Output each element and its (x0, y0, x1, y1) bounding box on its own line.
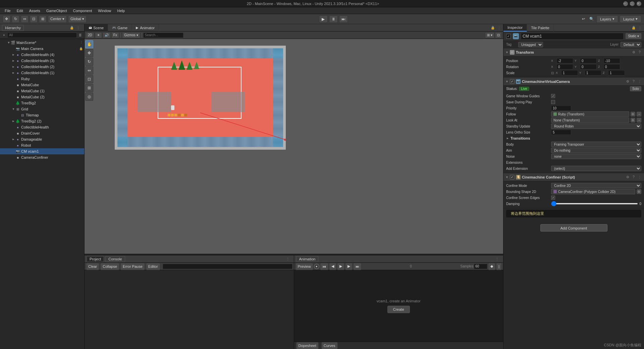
pivot-center[interactable]: Center ▾ (48, 15, 67, 23)
transitions-section[interactable]: ► Transitions (503, 135, 644, 141)
follow-goto-icon[interactable]: → (637, 112, 641, 116)
lookat-select-icon[interactable]: ⊙ (631, 118, 635, 122)
anim-play-btn[interactable]: ▶ (337, 263, 344, 270)
add-component-button[interactable]: Add Component (540, 224, 607, 232)
curves-btn[interactable]: Curves (321, 342, 338, 349)
tree-item-metalcube2[interactable]: ■ MetalCube (2) (0, 94, 84, 100)
minimize-button[interactable]: ─ (623, 1, 628, 6)
bounding-shape-btn[interactable]: CameraConfiner (Polygon Collider 2D) (551, 189, 635, 194)
scene-viewport[interactable]: ✋ ✥ ↻ ⇔ ⊡ ⊞ ◎ (85, 39, 503, 254)
console-search-input[interactable] (163, 264, 292, 269)
rot-x-field[interactable] (556, 64, 573, 69)
tag-select[interactable]: Untagged (518, 42, 543, 47)
pos-x-field[interactable] (556, 58, 573, 63)
menu-component[interactable]: Component (70, 8, 95, 13)
scene-gizmos-btn[interactable]: Gizmos ▾ (122, 32, 140, 38)
transform-comp-header[interactable]: ▼ ⊹ Transform ⚙ ? (503, 48, 644, 56)
search-icon[interactable]: 🔍 (588, 16, 595, 22)
static-label[interactable]: Static ▾ (626, 33, 641, 39)
tree-item-ch[interactable]: ● CollectibleHealth (0, 124, 84, 130)
inspector-lock-icon[interactable]: 🔒 (631, 25, 636, 31)
rect-tool-btn[interactable]: ⊡ (85, 75, 93, 83)
rot-y-field[interactable] (580, 64, 597, 69)
tab-scene[interactable]: 🏔 Scene (85, 24, 108, 32)
add-ext-dropdown[interactable]: (select) (551, 166, 641, 171)
menu-assets[interactable]: Assets (26, 8, 43, 13)
scale-z-field[interactable] (608, 70, 625, 76)
step-button[interactable]: ⏭ (339, 15, 348, 23)
tree-item-ch3[interactable]: ► ● CollectibleHealth (3) (0, 58, 84, 64)
custom-tool-btn[interactable]: ◎ (85, 93, 93, 101)
pivot-global[interactable]: Global ▾ (68, 15, 87, 23)
tree-item-treebig2[interactable]: 🌲 TreeBig2 (0, 100, 84, 106)
object-name-field[interactable] (521, 33, 624, 40)
rotate-tool-btn[interactable]: ↻ (85, 58, 93, 66)
tree-item-metalcube[interactable]: ■ MetalCube (0, 82, 84, 88)
tool-move[interactable]: ✥ (3, 15, 10, 23)
cinemachine-help-icon[interactable]: ? (631, 79, 636, 84)
pause-button[interactable]: ⏸ (329, 15, 338, 23)
transform-settings-icon[interactable]: ⚙ (631, 50, 636, 55)
scene-fx-btn[interactable]: Fx (111, 32, 119, 38)
anim-end-btn[interactable]: ⏭ (353, 263, 362, 270)
scene-lighting-btn[interactable]: ☀ (95, 32, 102, 38)
scene-audio-btn[interactable]: 🔊 (103, 32, 111, 38)
solo-button[interactable]: Solo (630, 86, 641, 91)
tree-item-robot[interactable]: ● Robot (0, 142, 84, 148)
bounding-select-icon[interactable]: ⊙ (637, 189, 641, 194)
console-editor-btn[interactable]: Editor (146, 263, 160, 270)
follow-select-icon[interactable]: ⊙ (631, 112, 635, 116)
lookat-goto-icon[interactable]: → (637, 118, 641, 122)
hierarchy-tab[interactable]: Hierarchy (2, 25, 24, 31)
layers-dropdown[interactable]: Layers ▾ (596, 15, 618, 23)
tab-inspector[interactable]: Inspector (503, 24, 527, 32)
anim-record-btn[interactable]: ● (314, 264, 319, 269)
rot-z-field[interactable] (603, 64, 620, 69)
tree-item-ch2[interactable]: ► ● CollectibleHealth (2) (0, 64, 84, 70)
anim-create-btn[interactable]: Create (387, 306, 410, 313)
tab-tile-palette[interactable]: Tile Palette (527, 24, 554, 32)
console-more-icon[interactable]: ⋮ (285, 256, 290, 262)
tree-item-maincamera[interactable]: 📷 Main Camera 🔒 (0, 46, 84, 52)
menu-gameobject[interactable]: GameObject (44, 8, 70, 13)
layout-dropdown[interactable]: Layout ▾ (620, 15, 641, 23)
tree-item-draincover[interactable]: ■ DrainCover (0, 130, 84, 136)
menu-help[interactable]: Help (114, 8, 127, 13)
tree-item-cameraconfiner[interactable]: ■ CameraConfiner (0, 154, 84, 160)
menu-file[interactable]: File (2, 8, 13, 13)
tree-item-tilemap[interactable]: ⊟ Tilemap (0, 112, 84, 118)
lens-ortho-field[interactable] (551, 130, 571, 135)
noise-dropdown[interactable]: none (551, 154, 641, 159)
anim-begin-btn[interactable]: ⏮ (320, 263, 328, 270)
console-tab[interactable]: Console (105, 256, 125, 262)
console-collapse-btn[interactable]: Collapse (100, 263, 119, 270)
tree-item-mainscene[interactable]: ▼ 🎬 MainScene* ⋮ (0, 40, 84, 46)
object-active-toggle[interactable]: ✓ (506, 34, 511, 39)
animation-tab[interactable]: Animation (296, 256, 319, 262)
menu-window[interactable]: Window (95, 8, 114, 13)
lookat-ref-btn[interactable]: None (Transform) (551, 117, 629, 123)
pos-y-field[interactable] (580, 58, 597, 63)
tree-item-damageable[interactable]: ► ● Damageable (0, 136, 84, 142)
console-clear-btn[interactable]: Clear (86, 263, 99, 270)
cinemachine-kebab-icon[interactable]: ⋮ (637, 79, 642, 84)
confiner-comp-header[interactable]: ▼ ✓ 📜 Cinemachine Confiner (Script) ⚙ ? … (503, 173, 644, 181)
scene-search-input[interactable] (143, 33, 183, 38)
follow-ref-btn[interactable]: Ruby (Transform) (551, 111, 629, 117)
scale-tool-btn[interactable]: ⇔ (85, 66, 93, 74)
tree-item-grid[interactable]: ▼ ⊞ Grid (0, 106, 84, 112)
tree-item-ch4[interactable]: ► ● CollectibleHealth (4) (0, 52, 84, 58)
scene-2d-btn[interactable]: 2D (86, 32, 94, 38)
confiner-toggle[interactable]: ✓ (510, 175, 515, 180)
gwg-check[interactable]: ✓ (551, 94, 555, 98)
view-more-icon[interactable]: ⋮ (496, 25, 502, 31)
hand-tool-btn[interactable]: ✋ (85, 40, 93, 48)
hierarchy-search[interactable] (7, 33, 77, 38)
confine-mode-dropdown[interactable]: Confine 2D (551, 183, 641, 188)
tab-game[interactable]: 🎮 Game (108, 24, 132, 32)
hierarchy-add-btn[interactable]: + (1, 33, 7, 38)
close-button[interactable]: ✕ (637, 1, 641, 6)
anim-more-icon[interactable]: ⋮ (494, 256, 500, 262)
undo-icon[interactable]: ↩ (580, 16, 587, 22)
confiner-kebab-icon[interactable]: ⋮ (637, 175, 642, 180)
